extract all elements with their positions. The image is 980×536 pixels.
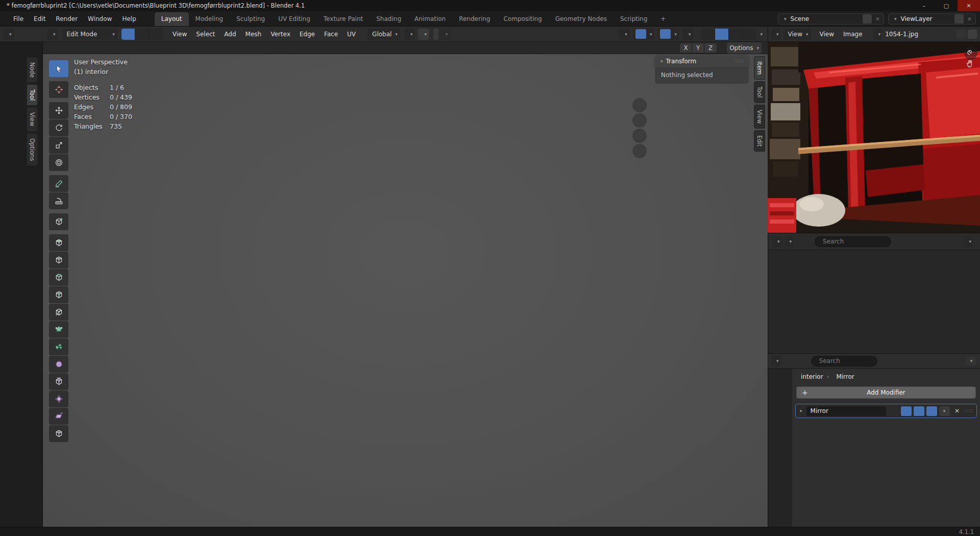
workspace-tab-sculpting[interactable]: Sculpting bbox=[230, 12, 272, 26]
properties-options-button[interactable]: ▾ bbox=[967, 356, 976, 366]
menu-window[interactable]: Window bbox=[83, 12, 117, 26]
outliner-display-mode[interactable]: ▾ bbox=[772, 236, 781, 247]
loop-cut-tool-button[interactable] bbox=[49, 286, 68, 303]
left-sidebar-tab-view[interactable]: View bbox=[27, 107, 38, 131]
viewport-menu-edge[interactable]: Edge bbox=[295, 29, 320, 40]
reference-photo[interactable] bbox=[768, 42, 980, 233]
properties-search[interactable]: Search bbox=[811, 356, 877, 367]
breadcrumb-modifier[interactable]: Mirror bbox=[836, 373, 854, 380]
menu-help[interactable]: Help bbox=[117, 12, 141, 26]
transform-panel-header[interactable]: ▾ Transform ::::: bbox=[655, 55, 749, 67]
proportional-edit-toggle[interactable] bbox=[433, 29, 438, 40]
viewport-menu-vertex[interactable]: Vertex bbox=[266, 29, 295, 40]
delete-modifier-button[interactable]: ✕ bbox=[952, 406, 963, 416]
smooth-tool-button[interactable] bbox=[49, 356, 68, 373]
new-viewlayer-button[interactable] bbox=[954, 14, 964, 23]
workspace-tab-uv-editing[interactable]: UV Editing bbox=[272, 12, 317, 26]
image-select-dropdown[interactable]: ▾ bbox=[873, 29, 883, 40]
snap-toggle[interactable]: ▾ bbox=[404, 29, 415, 40]
viewport-menu-select[interactable]: Select bbox=[191, 29, 219, 40]
pan-button[interactable] bbox=[632, 113, 647, 128]
workspace-tab-modeling[interactable]: Modeling bbox=[189, 12, 230, 26]
move-tool-button[interactable] bbox=[49, 102, 68, 119]
gizmos-dropdown[interactable]: ▾ bbox=[633, 29, 655, 40]
annotate-tool-button[interactable] bbox=[49, 175, 68, 192]
vertex-select-button[interactable] bbox=[121, 29, 135, 40]
workspace-tab-scripting[interactable]: Scripting bbox=[614, 12, 654, 26]
properties-editor-type-button[interactable]: ▾ bbox=[771, 355, 780, 367]
edge-slide-tool-button[interactable] bbox=[49, 373, 68, 390]
left-sidebar-tab-tool[interactable]: Tool bbox=[27, 84, 38, 106]
sidebar-tab-edit[interactable]: Edit bbox=[754, 130, 765, 152]
poly-build-tool-button[interactable] bbox=[49, 321, 68, 338]
left-editor-type-button[interactable]: ▾ bbox=[3, 29, 14, 40]
editor-type-button[interactable]: ▾ bbox=[47, 29, 58, 40]
cursor-3d-tool-button[interactable] bbox=[49, 81, 68, 98]
workspace-tab-layout[interactable]: Layout bbox=[155, 12, 189, 26]
show-in-viewport-toggle[interactable] bbox=[914, 406, 924, 416]
show-in-editmode-toggle[interactable] bbox=[901, 406, 912, 416]
menu-render[interactable]: Render bbox=[51, 12, 83, 26]
image-menu-view[interactable]: View bbox=[815, 29, 839, 40]
visibility-dropdown[interactable]: ▾ bbox=[619, 29, 630, 40]
new-image-button[interactable] bbox=[968, 30, 977, 39]
sidebar-tab-tool[interactable]: Tool bbox=[754, 81, 765, 103]
tool-options-dropdown[interactable]: Options▾ bbox=[727, 42, 762, 54]
workspace-tab-texture-paint[interactable]: Texture Paint bbox=[317, 12, 370, 26]
mirror-modifier-panel[interactable]: ▾ Mirror ▾ ✕ ::::: bbox=[795, 404, 977, 418]
outliner-search[interactable]: Search bbox=[815, 236, 891, 247]
outliner-filter-collection[interactable]: ▾ bbox=[785, 236, 794, 247]
xray-dropdown[interactable]: ▾ bbox=[682, 29, 694, 40]
show-on-cage-toggle[interactable] bbox=[888, 406, 899, 416]
remove-viewlayer-button[interactable]: ✕ bbox=[966, 16, 973, 22]
navigation-gizmo[interactable] bbox=[604, 54, 660, 105]
viewport-menu-mesh[interactable]: Mesh bbox=[241, 29, 266, 40]
panel-grip[interactable]: ::::: bbox=[736, 60, 745, 62]
mirror-axis-y[interactable]: Y bbox=[692, 43, 704, 53]
extrude-region-tool-button[interactable] bbox=[49, 234, 68, 251]
image-menu-image[interactable]: Image bbox=[839, 29, 867, 40]
ortho-toggle-button[interactable] bbox=[632, 144, 647, 158]
fake-user-button[interactable] bbox=[957, 30, 966, 39]
inset-faces-tool-button[interactable] bbox=[49, 252, 68, 269]
viewport-canvas[interactable]: User Perspective (1) interior Objects1 /… bbox=[43, 54, 768, 527]
rip-region-tool-button[interactable] bbox=[49, 425, 68, 442]
scale-tool-button[interactable] bbox=[49, 137, 68, 154]
sidebar-tab-view[interactable]: View bbox=[754, 105, 765, 129]
maximize-button[interactable]: ▢ bbox=[935, 0, 958, 11]
select-box-tool-button[interactable] bbox=[49, 60, 68, 77]
left-sidebar-tab-node[interactable]: Node bbox=[27, 57, 38, 83]
viewport-menu-add[interactable]: Add bbox=[219, 29, 240, 40]
shading-dropdown[interactable]: ▾ bbox=[760, 32, 763, 37]
face-select-button[interactable] bbox=[149, 29, 163, 40]
close-button[interactable]: ✕ bbox=[958, 0, 980, 11]
expand-modifier-icon[interactable]: ▾ bbox=[798, 410, 803, 412]
modifier-name-field[interactable]: Mirror bbox=[806, 406, 886, 416]
material-shading-button[interactable] bbox=[729, 29, 743, 40]
shrink-fatten-tool-button[interactable] bbox=[49, 391, 68, 407]
viewport-menu-face[interactable]: Face bbox=[320, 29, 342, 40]
add-cube-tool-button[interactable] bbox=[49, 213, 68, 230]
image-editor-type-button[interactable]: ▾ bbox=[771, 29, 780, 40]
workspace-tab-compositing[interactable]: Compositing bbox=[497, 12, 548, 26]
scene-selector[interactable]: ▾ Scene ✕ bbox=[778, 13, 884, 25]
modifier-extras-dropdown[interactable]: ▾ bbox=[939, 406, 950, 416]
knife-tool-button[interactable] bbox=[49, 304, 68, 321]
workspace-tab-geometry-nodes[interactable]: Geometry Nodes bbox=[549, 12, 614, 26]
transform-tool-button[interactable] bbox=[49, 154, 68, 171]
modifier-drag-handle[interactable]: ::::: bbox=[965, 410, 974, 412]
snapping-dropdown[interactable]: ▾ bbox=[418, 29, 429, 40]
breadcrumb-object[interactable]: interior bbox=[801, 373, 823, 380]
menu-file[interactable]: File bbox=[8, 12, 29, 26]
overlays-dropdown[interactable]: ▾ bbox=[657, 29, 679, 40]
wireframe-shading-button[interactable] bbox=[701, 29, 715, 40]
workspace-tab-shading[interactable]: Shading bbox=[370, 12, 408, 26]
unlink-scene-button[interactable]: ✕ bbox=[874, 16, 881, 22]
shear-tool-button[interactable] bbox=[49, 408, 68, 425]
rendered-shading-button[interactable] bbox=[743, 29, 756, 40]
image-view-mode-dropdown[interactable]: View▾ bbox=[783, 29, 811, 40]
spin-tool-button[interactable] bbox=[49, 338, 68, 355]
mirror-axis-x[interactable]: X bbox=[680, 43, 692, 53]
orientation-dropdown[interactable]: Global ▾ bbox=[368, 29, 400, 40]
camera-view-button[interactable] bbox=[632, 129, 647, 143]
